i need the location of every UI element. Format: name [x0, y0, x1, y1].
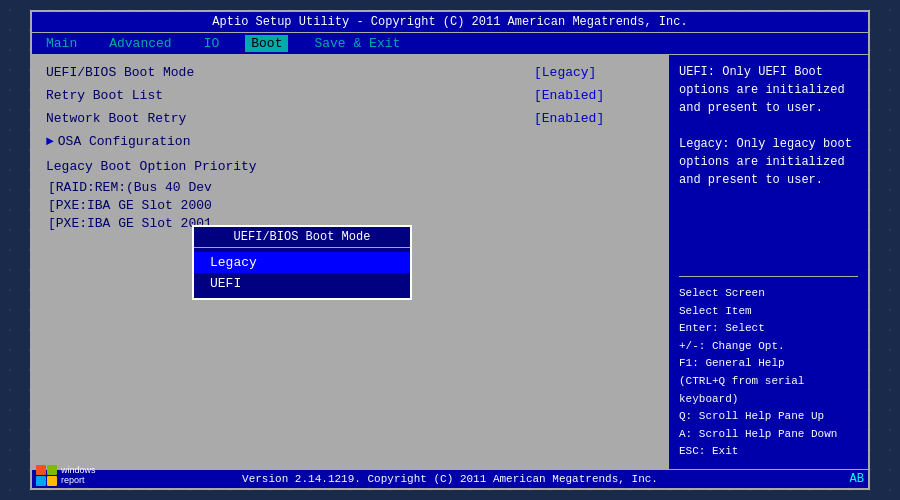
status-bar: Version 2.14.1219. Copyright (C) 2011 Am… — [32, 469, 868, 488]
key-plusminus: +/-: Change Opt. — [679, 338, 858, 356]
key-enter: Enter: Select — [679, 320, 858, 338]
popup-option-uefi[interactable]: UEFI — [194, 273, 410, 294]
win-cell-blue — [36, 476, 46, 486]
help-panel: UEFI: Only UEFI Boot options are initial… — [668, 55, 868, 469]
value-network-boot[interactable]: [Enabled] — [534, 111, 654, 126]
status-text: Version 2.14.1219. Copyright (C) 2011 Am… — [242, 473, 658, 485]
windows-logo: windows report — [36, 465, 96, 486]
key-f1: F1: General Help — [679, 355, 858, 373]
osa-arrow: ► — [46, 134, 54, 149]
setting-retry-boot: Retry Boot List [Enabled] — [46, 88, 654, 103]
help-keys: Select Screen Select Item Enter: Select … — [679, 285, 858, 461]
win-cell-yellow — [47, 476, 57, 486]
label-retry-boot: Retry Boot List — [46, 88, 534, 103]
label-osa: OSA Configuration — [58, 134, 654, 149]
title-text: Aptio Setup Utility - Copyright (C) 2011… — [212, 15, 687, 29]
popup-options: Legacy UEFI — [194, 248, 410, 298]
value-retry-boot[interactable]: [Enabled] — [534, 88, 654, 103]
help-description: UEFI: Only UEFI Boot options are initial… — [679, 63, 858, 268]
popup-dropdown: UEFI/BIOS Boot Mode Legacy UEFI — [192, 225, 412, 300]
windows-grid-icon — [36, 465, 57, 486]
key-q: Q: Scroll Help Pane Up — [679, 408, 858, 426]
win-cell-green — [47, 465, 57, 475]
menu-io[interactable]: IO — [198, 35, 226, 52]
title-bar: Aptio Setup Utility - Copyright (C) 2011… — [32, 12, 868, 33]
key-esc: ESC: Exit — [679, 443, 858, 461]
content-area: UEFI/BIOS Boot Mode [Legacy] Retry Boot … — [32, 55, 868, 469]
main-panel: UEFI/BIOS Boot Mode [Legacy] Retry Boot … — [32, 55, 668, 469]
key-ctrlq: (CTRL+Q from serial keyboard) — [679, 373, 858, 408]
popup-option-legacy[interactable]: Legacy — [194, 252, 410, 273]
windows-report-label: windows report — [61, 466, 96, 486]
bios-window: Aptio Setup Utility - Copyright (C) 2011… — [30, 10, 870, 490]
value-uefi-boot-mode[interactable]: [Legacy] — [534, 65, 654, 80]
osa-row[interactable]: ► OSA Configuration — [46, 134, 654, 149]
boot-option-1[interactable]: [RAID:REM:(Bus 40 Dev — [46, 180, 654, 195]
key-select-screen: Select Screen — [679, 285, 858, 303]
help-divider — [679, 276, 858, 277]
win-cell-red — [36, 465, 46, 475]
key-select-item: Select Item — [679, 303, 858, 321]
legacy-section-title: Legacy Boot Option Priority — [46, 159, 654, 174]
menu-save-exit[interactable]: Save & Exit — [308, 35, 406, 52]
popup-box: UEFI/BIOS Boot Mode Legacy UEFI — [192, 225, 412, 300]
setting-uefi-boot-mode: UEFI/BIOS Boot Mode [Legacy] — [46, 65, 654, 80]
menu-bar: Main Advanced IO Boot Save & Exit — [32, 33, 868, 55]
windows-label-line2: report — [61, 476, 96, 486]
key-a: A: Scroll Help Pane Down — [679, 426, 858, 444]
menu-advanced[interactable]: Advanced — [103, 35, 177, 52]
label-uefi-boot-mode: UEFI/BIOS Boot Mode — [46, 65, 534, 80]
boot-option-2[interactable]: [PXE:IBA GE Slot 2000 — [46, 198, 654, 213]
popup-title: UEFI/BIOS Boot Mode — [194, 227, 410, 248]
ab-badge: AB — [850, 472, 864, 486]
label-network-boot: Network Boot Retry — [46, 111, 534, 126]
menu-main[interactable]: Main — [40, 35, 83, 52]
setting-network-boot: Network Boot Retry [Enabled] — [46, 111, 654, 126]
menu-boot[interactable]: Boot — [245, 35, 288, 52]
